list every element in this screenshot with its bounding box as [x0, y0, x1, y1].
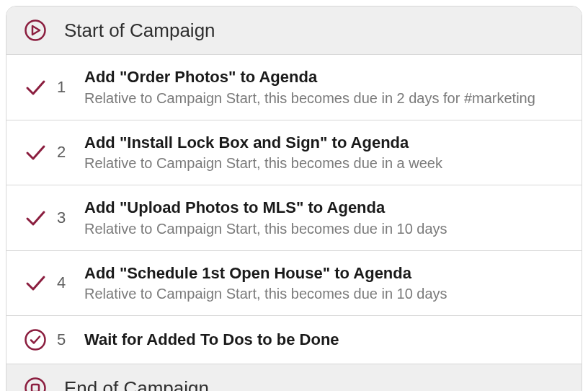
- svg-rect-3: [32, 385, 39, 391]
- step-number: 3: [48, 208, 71, 227]
- step-content: Add "Order Photos" to Agenda Relative to…: [71, 67, 566, 107]
- checkmark-icon: [22, 76, 48, 99]
- checkmark-icon: [22, 141, 48, 164]
- campaign-step[interactable]: 1 Add "Order Photos" to Agenda Relative …: [6, 55, 582, 120]
- checkmark-icon: [22, 206, 48, 229]
- campaign-step[interactable]: 4 Add "Schedule 1st Open House" to Agend…: [6, 251, 582, 317]
- step-subtitle: Relative to Campaign Start, this becomes…: [84, 219, 566, 238]
- footer-title: End of Campaign: [48, 377, 209, 392]
- step-content: Add "Install Lock Box and Sign" to Agend…: [71, 133, 566, 173]
- stop-icon: [22, 377, 48, 391]
- step-number: 4: [48, 273, 71, 292]
- campaign-start-header: Start of Campaign: [6, 6, 582, 55]
- checkmark-icon: [22, 271, 48, 294]
- step-subtitle: Relative to Campaign Start, this becomes…: [84, 89, 566, 107]
- step-title: Add "Schedule 1st Open House" to Agenda: [84, 263, 566, 284]
- step-title: Add "Install Lock Box and Sign" to Agend…: [84, 133, 566, 153]
- step-content: Add "Upload Photos to MLS" to Agenda Rel…: [71, 198, 566, 238]
- step-subtitle: Relative to Campaign Start, this becomes…: [84, 154, 566, 172]
- svg-point-1: [26, 330, 45, 350]
- step-title: Add "Upload Photos to MLS" to Agenda: [84, 198, 566, 218]
- campaign-step[interactable]: 2 Add "Install Lock Box and Sign" to Age…: [6, 120, 582, 186]
- svg-point-0: [26, 21, 45, 40]
- step-number: 2: [48, 143, 71, 162]
- campaign-steps-list: Start of Campaign 1 Add "Order Photos" t…: [6, 6, 582, 391]
- step-number: 1: [48, 78, 71, 97]
- step-content: Add "Schedule 1st Open House" to Agenda …: [71, 263, 566, 304]
- step-content: Wait for Added To Dos to be Done: [71, 330, 566, 350]
- header-title: Start of Campaign: [48, 19, 215, 42]
- play-icon: [22, 19, 48, 42]
- campaign-step[interactable]: 3 Add "Upload Photos to MLS" to Agenda R…: [6, 185, 582, 251]
- campaign-step[interactable]: 5 Wait for Added To Dos to be Done: [6, 316, 582, 364]
- check-circle-icon: [22, 328, 48, 351]
- step-subtitle: Relative to Campaign Start, this becomes…: [84, 284, 566, 303]
- step-title: Wait for Added To Dos to be Done: [84, 330, 566, 350]
- campaign-end-footer: End of Campaign: [6, 364, 582, 391]
- step-title: Add "Order Photos" to Agenda: [84, 67, 566, 87]
- step-number: 5: [48, 330, 71, 349]
